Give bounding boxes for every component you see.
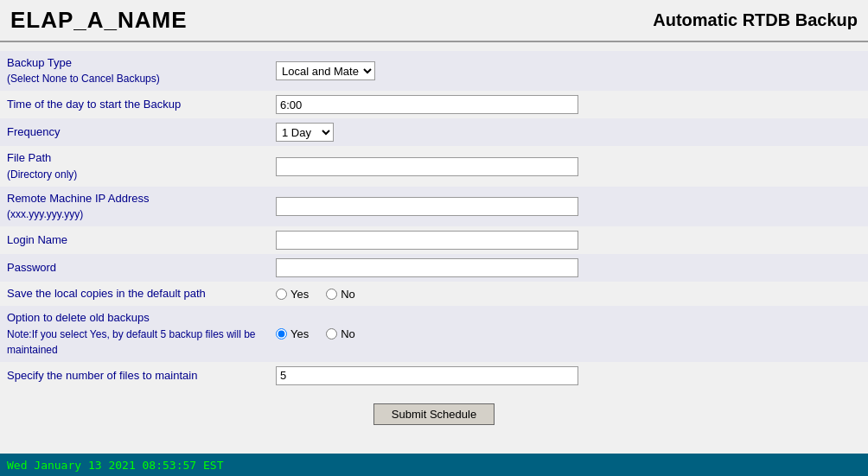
frequency-cell: 1 Day 2 Days 3 Days 7 Days	[272, 118, 868, 146]
delete-old-radio-group: Yes No	[276, 327, 861, 340]
backup-type-label: Backup Type (Select None to Cancel Backu…	[0, 51, 272, 91]
delete-old-no-label[interactable]: No	[326, 327, 355, 340]
main-content: Backup Type (Select None to Cancel Backu…	[0, 42, 868, 454]
save-local-no-label[interactable]: No	[326, 288, 355, 301]
login-name-input[interactable]	[276, 231, 578, 250]
password-label: Password	[0, 254, 272, 282]
save-local-no-radio[interactable]	[326, 289, 337, 300]
remote-ip-cell	[272, 187, 868, 226]
time-cell	[272, 91, 868, 118]
table-row: Option to delete old backups Note:If you…	[0, 306, 868, 362]
table-row: Time of the day to start the Backup	[0, 91, 868, 118]
header: ELAP_A_NAME Automatic RTDB Backup	[0, 0, 868, 42]
time-label: Time of the day to start the Backup	[0, 91, 272, 118]
save-local-yes-radio[interactable]	[276, 289, 287, 300]
status-text: Wed January 13 2021 08:53:57 EST	[7, 459, 223, 472]
table-row: Password	[0, 254, 868, 282]
status-bar: Wed January 13 2021 08:53:57 EST	[0, 454, 868, 476]
num-files-label: Specify the number of files to maintain	[0, 362, 272, 390]
remote-ip-input[interactable]	[276, 197, 578, 216]
submit-button[interactable]: Submit Schedule	[373, 403, 495, 425]
table-row: Specify the number of files to maintain	[0, 362, 868, 390]
remote-ip-label: Remote Machine IP Address (xxx.yyy.yyy.y…	[0, 187, 272, 226]
login-name-cell	[272, 226, 868, 254]
file-path-cell	[272, 146, 868, 186]
backup-type-cell: None Local Mate Local and Mate	[272, 51, 868, 91]
table-row: Login Name	[0, 226, 868, 254]
password-input[interactable]	[276, 258, 578, 277]
table-row: Backup Type (Select None to Cancel Backu…	[0, 51, 868, 91]
save-local-yes-label[interactable]: Yes	[276, 288, 309, 301]
file-path-input[interactable]	[276, 157, 578, 176]
backup-type-select[interactable]: None Local Mate Local and Mate	[276, 61, 375, 80]
time-input[interactable]	[276, 95, 578, 114]
table-row: Frequency 1 Day 2 Days 3 Days 7 Days	[0, 118, 868, 146]
login-name-label: Login Name	[0, 226, 272, 254]
table-row: Save the local copies in the default pat…	[0, 282, 868, 306]
save-local-cell: Yes No	[272, 282, 868, 306]
save-local-radio-group: Yes No	[276, 288, 861, 301]
num-files-cell	[272, 362, 868, 390]
delete-old-label: Option to delete old backups Note:If you…	[0, 306, 272, 362]
num-files-input[interactable]	[276, 366, 578, 385]
delete-old-cell: Yes No	[272, 306, 868, 362]
frequency-label: Frequency	[0, 118, 272, 146]
password-cell	[272, 254, 868, 282]
table-row: Remote Machine IP Address (xxx.yyy.yyy.y…	[0, 187, 868, 226]
submit-row: Submit Schedule	[0, 390, 868, 434]
form-table: Backup Type (Select None to Cancel Backu…	[0, 51, 868, 390]
save-local-label: Save the local copies in the default pat…	[0, 282, 272, 306]
file-path-label: File Path (Directory only)	[0, 146, 272, 186]
delete-old-yes-radio[interactable]	[276, 328, 287, 340]
frequency-select[interactable]: 1 Day 2 Days 3 Days 7 Days	[276, 123, 334, 142]
page-title: Automatic RTDB Backup	[653, 10, 858, 30]
delete-old-yes-label[interactable]: Yes	[276, 327, 309, 340]
app-name: ELAP_A_NAME	[10, 7, 188, 34]
table-row: File Path (Directory only)	[0, 146, 868, 186]
delete-old-no-radio[interactable]	[326, 328, 337, 340]
